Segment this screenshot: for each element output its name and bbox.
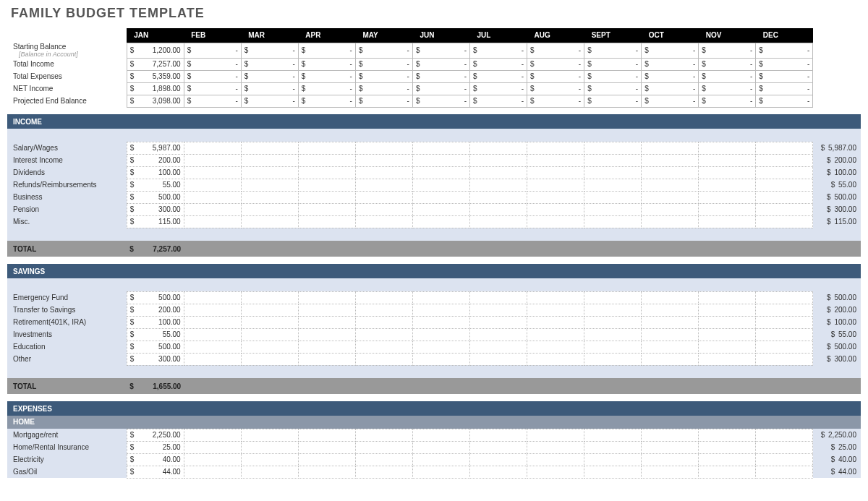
data-cell[interactable] [412, 466, 469, 478]
data-cell[interactable] [184, 466, 241, 478]
data-cell[interactable] [355, 203, 412, 215]
data-cell[interactable] [470, 441, 527, 453]
data-cell[interactable] [298, 154, 355, 166]
data-cell[interactable] [298, 441, 355, 453]
data-cell[interactable] [642, 142, 699, 154]
data-cell[interactable] [355, 429, 412, 441]
data-cell[interactable] [699, 429, 756, 441]
data-cell[interactable] [412, 353, 469, 365]
data-cell[interactable] [642, 291, 699, 304]
data-cell[interactable] [298, 291, 355, 304]
data-cell[interactable] [241, 154, 298, 166]
data-cell[interactable] [527, 453, 584, 466]
data-cell[interactable] [642, 215, 699, 228]
data-cell[interactable] [699, 341, 756, 353]
data-cell[interactable] [355, 328, 412, 341]
data-cell[interactable] [642, 441, 699, 453]
data-cell[interactable] [470, 154, 527, 166]
data-cell[interactable] [756, 453, 813, 466]
data-cell[interactable] [584, 328, 642, 341]
data-cell[interactable] [355, 441, 412, 453]
data-cell[interactable] [756, 341, 813, 353]
data-cell[interactable] [527, 353, 584, 365]
summary-cell[interactable]: $- [642, 58, 699, 70]
data-cell[interactable] [756, 316, 813, 328]
data-cell[interactable] [241, 304, 298, 316]
data-cell[interactable] [584, 166, 642, 179]
data-cell[interactable] [470, 353, 527, 365]
data-cell[interactable] [470, 466, 527, 478]
data-cell[interactable]: $25.00 [127, 441, 184, 453]
data-cell[interactable] [241, 179, 298, 191]
data-cell[interactable] [355, 453, 412, 466]
data-cell[interactable] [412, 304, 469, 316]
data-cell[interactable] [355, 142, 412, 154]
data-cell[interactable] [699, 191, 756, 203]
data-cell[interactable] [584, 215, 642, 228]
summary-cell[interactable]: $- [584, 43, 642, 58]
data-cell[interactable] [642, 316, 699, 328]
data-cell[interactable] [756, 441, 813, 453]
data-cell[interactable] [184, 304, 241, 316]
data-cell[interactable] [184, 441, 241, 453]
data-cell[interactable] [241, 203, 298, 215]
data-cell[interactable] [470, 328, 527, 341]
data-cell[interactable] [756, 191, 813, 203]
data-cell[interactable] [184, 429, 241, 441]
data-cell[interactable] [298, 341, 355, 353]
data-cell[interactable] [470, 316, 527, 328]
summary-cell[interactable]: $- [298, 82, 355, 95]
summary-cell[interactable]: $- [470, 58, 527, 70]
summary-cell[interactable]: $- [184, 58, 241, 70]
data-cell[interactable] [584, 453, 642, 466]
data-cell[interactable] [412, 453, 469, 466]
data-cell[interactable] [584, 291, 642, 304]
data-cell[interactable] [298, 353, 355, 365]
data-cell[interactable] [756, 291, 813, 304]
summary-cell[interactable]: $- [527, 58, 584, 70]
summary-cell[interactable]: $1,200.00 [127, 43, 184, 58]
data-cell[interactable] [527, 142, 584, 154]
summary-cell[interactable]: $- [642, 95, 699, 107]
data-cell[interactable] [756, 304, 813, 316]
data-cell[interactable] [756, 429, 813, 441]
summary-cell[interactable]: $- [642, 43, 699, 58]
data-cell[interactable] [699, 453, 756, 466]
data-cell[interactable] [184, 316, 241, 328]
data-cell[interactable] [184, 154, 241, 166]
data-cell[interactable] [699, 291, 756, 304]
data-cell[interactable] [184, 191, 241, 203]
data-cell[interactable] [756, 328, 813, 341]
data-cell[interactable] [241, 466, 298, 478]
data-cell[interactable] [470, 291, 527, 304]
data-cell[interactable] [298, 328, 355, 341]
summary-cell[interactable]: $- [355, 82, 412, 95]
summary-cell[interactable]: $- [756, 70, 813, 82]
summary-cell[interactable]: $- [470, 43, 527, 58]
data-cell[interactable] [355, 191, 412, 203]
data-cell[interactable] [584, 441, 642, 453]
data-cell[interactable] [699, 316, 756, 328]
data-cell[interactable] [241, 191, 298, 203]
data-cell[interactable] [241, 441, 298, 453]
data-cell[interactable] [584, 179, 642, 191]
data-cell[interactable] [412, 166, 469, 179]
data-cell[interactable] [470, 142, 527, 154]
summary-cell[interactable]: $- [184, 95, 241, 107]
data-cell[interactable] [527, 179, 584, 191]
data-cell[interactable] [699, 466, 756, 478]
data-cell[interactable] [584, 154, 642, 166]
summary-cell[interactable]: $- [241, 82, 298, 95]
data-cell[interactable] [642, 166, 699, 179]
summary-cell[interactable]: $- [527, 43, 584, 58]
data-cell[interactable] [298, 453, 355, 466]
data-cell[interactable] [699, 304, 756, 316]
data-cell[interactable] [527, 203, 584, 215]
summary-cell[interactable]: $- [699, 95, 756, 107]
data-cell[interactable]: $55.00 [127, 179, 184, 191]
data-cell[interactable] [241, 328, 298, 341]
summary-cell[interactable]: $- [298, 95, 355, 107]
data-cell[interactable] [298, 429, 355, 441]
data-cell[interactable] [699, 441, 756, 453]
data-cell[interactable] [527, 429, 584, 441]
